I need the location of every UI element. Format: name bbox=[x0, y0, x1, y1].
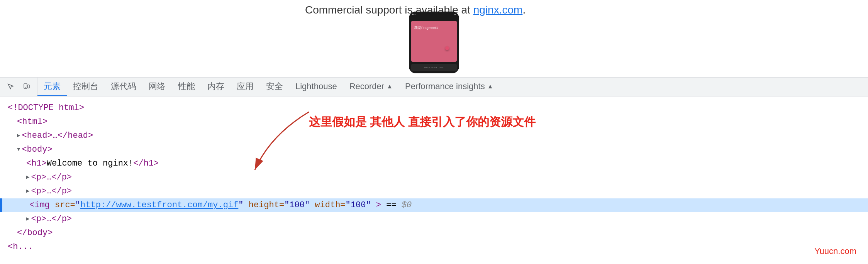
code-line-p2[interactable]: ▶ <p>…</p> bbox=[0, 184, 868, 198]
p3-toggle[interactable]: ▶ bbox=[26, 215, 29, 224]
tab-performance-insights[interactable]: Performance insights ▲ bbox=[399, 78, 500, 96]
code-line-html-partial: <h... bbox=[0, 240, 868, 254]
code-line-p3[interactable]: ▶ <p>…</p> bbox=[0, 212, 868, 226]
phone-bottom-text: MADE WITH LOVE bbox=[424, 66, 444, 69]
p2-tag: <p>…</p> bbox=[31, 184, 72, 198]
phone-screen: 我是Fragment1 bbox=[411, 21, 457, 62]
phone-status-right: ▲ bbox=[454, 13, 456, 15]
code-area: 这里假如是 其他人 直接引入了你的资源文件 <!DOCTYPE html> <h… bbox=[0, 96, 868, 259]
body-close-tag: </body> bbox=[17, 226, 53, 240]
inspect-icon-button[interactable] bbox=[5, 81, 17, 93]
tab-elements[interactable]: 元素 bbox=[37, 78, 67, 96]
img-height-value: "100" bbox=[284, 200, 310, 210]
code-line-img[interactable]: <img src="http://www.testfront.com/my.gi… bbox=[0, 198, 868, 212]
head-toggle[interactable]: ▶ bbox=[17, 131, 20, 140]
phone-fragment-label: 我是Fragment1 bbox=[414, 25, 438, 30]
doctype-text: <!DOCTYPE html> bbox=[8, 101, 84, 115]
h1-tag: <h1> bbox=[26, 156, 47, 171]
h1-content: Welcome to nginx! bbox=[47, 156, 133, 171]
tab-security[interactable]: 安全 bbox=[260, 78, 289, 96]
code-line-doctype: <!DOCTYPE html> bbox=[0, 101, 868, 115]
device-toggle-button[interactable] bbox=[20, 81, 32, 93]
body-toggle[interactable]: ▼ bbox=[17, 145, 20, 154]
devtools-toolbar: 元素 控制台 源代码 网络 性能 内存 应用 安全 Lighthouse Rec… bbox=[0, 77, 868, 96]
selected-line-marker bbox=[0, 198, 2, 212]
html-partial-tag: <h... bbox=[8, 240, 33, 254]
img-src-link[interactable]: http://www.testfront.com/my.gif bbox=[80, 200, 238, 210]
toolbar-icons bbox=[0, 78, 37, 96]
phone-mockup-container: ●●● ▲ 我是Fragment1 MADE WITH LOVE bbox=[409, 12, 459, 73]
tab-application[interactable]: 应用 bbox=[231, 78, 260, 96]
p3-tag: <p>…</p> bbox=[31, 212, 72, 226]
performance-insights-icon: ▲ bbox=[487, 83, 493, 90]
dollar-zero: $0 bbox=[402, 200, 412, 210]
img-tag-close: > bbox=[376, 200, 381, 210]
tab-network[interactable]: 网络 bbox=[142, 78, 172, 96]
img-src-attr: src= bbox=[55, 200, 75, 210]
phone-mockup: ●●● ▲ 我是Fragment1 MADE WITH LOVE bbox=[409, 12, 459, 73]
watermark: Yuucn.com bbox=[814, 246, 856, 256]
code-line-body-close: </body> bbox=[0, 226, 868, 240]
html-open-tag: <html> bbox=[17, 115, 47, 129]
code-line-head[interactable]: ▶ <head>…</head> bbox=[0, 129, 868, 143]
h1-close-tag: </h1> bbox=[133, 156, 159, 171]
img-width-attr: width= bbox=[315, 200, 345, 210]
tab-lighthouse[interactable]: Lighthouse bbox=[289, 78, 343, 96]
code-line-h1: <h1>Welcome to nginx!</h1> bbox=[0, 157, 868, 171]
phone-dot bbox=[445, 46, 449, 50]
tab-console[interactable]: 控制台 bbox=[67, 78, 105, 96]
body-open-tag: <body> bbox=[22, 142, 52, 157]
code-line-html: <html> bbox=[0, 115, 868, 129]
tab-sources[interactable]: 源代码 bbox=[105, 78, 142, 96]
code-line-body-open[interactable]: ▼ <body> bbox=[0, 143, 868, 157]
p1-tag: <p>…</p> bbox=[31, 170, 72, 184]
p1-toggle[interactable]: ▶ bbox=[26, 173, 29, 182]
svg-rect-1 bbox=[28, 85, 29, 88]
img-src-value: "http://www.testfront.com/my.gif" bbox=[75, 200, 244, 210]
phone-bottom-bar: MADE WITH LOVE bbox=[411, 64, 457, 71]
head-tag: <head>…</head> bbox=[22, 129, 93, 143]
code-line-p1[interactable]: ▶ <p>…</p> bbox=[0, 171, 868, 184]
recorder-icon: ▲ bbox=[387, 83, 393, 90]
p2-toggle[interactable]: ▶ bbox=[26, 187, 29, 196]
nginx-link[interactable]: nginx.com bbox=[473, 4, 523, 16]
img-tag-open: <img bbox=[29, 200, 50, 210]
phone-status-left: ●●● bbox=[412, 13, 415, 15]
tab-performance[interactable]: 性能 bbox=[172, 78, 201, 96]
img-width-value: "100" bbox=[346, 200, 371, 210]
tab-recorder[interactable]: Recorder ▲ bbox=[343, 78, 399, 96]
toolbar-tabs: 元素 控制台 源代码 网络 性能 内存 应用 安全 Lighthouse Rec… bbox=[37, 78, 868, 96]
tab-memory[interactable]: 内存 bbox=[201, 78, 231, 96]
top-section: Commercial support is available at nginx… bbox=[0, 0, 868, 77]
img-height-attr: height= bbox=[249, 200, 284, 210]
phone-status-bar: ●●● ▲ bbox=[409, 12, 459, 16]
